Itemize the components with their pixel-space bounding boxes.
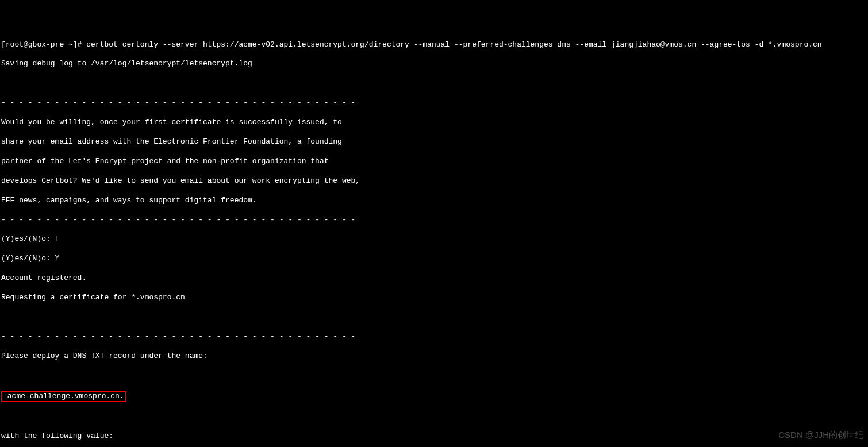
eff-prompt-line: share your email address with the Electr… [1,137,867,147]
yesno-prompt[interactable]: (Y)es/(N)o: T [1,234,867,244]
account-registered: Account registered. [1,273,867,283]
following-value-label: with the following value: [1,431,867,441]
eff-prompt-line: partner of the Let's Encrypt project and… [1,157,867,167]
eff-prompt-line: develops Certbot? We'd like to send you … [1,176,867,186]
separator: - - - - - - - - - - - - - - - - - - - - … [1,332,867,342]
eff-prompt-line: Would you be willing, once your first ce… [1,118,867,128]
eff-prompt-line: EFF news, campaigns, and ways to support… [1,196,867,206]
requesting-cert: Requesting a certificate for *.vmospro.c… [1,293,867,303]
separator: - - - - - - - - - - - - - - - - - - - - … [1,215,867,225]
dns-instruction: Please deploy a DNS TXT record under the… [1,352,867,361]
separator: - - - - - - - - - - - - - - - - - - - - … [1,98,867,108]
log-line: Saving debug log to /var/log/letsencrypt… [1,59,867,69]
blank-line [1,313,867,322]
prompt-command-line: [root@gbox-pre ~]# certbot certonly --se… [1,40,867,50]
watermark: CSDN @JJH的创世纪 [778,429,863,441]
blank-line [1,371,867,381]
blank-line [1,79,867,88]
yesno-prompt[interactable]: (Y)es/(N)o: Y [1,254,867,264]
acme-challenge-name: _acme-challenge.vmospro.cn. [1,391,126,402]
blank-line [1,412,867,422]
